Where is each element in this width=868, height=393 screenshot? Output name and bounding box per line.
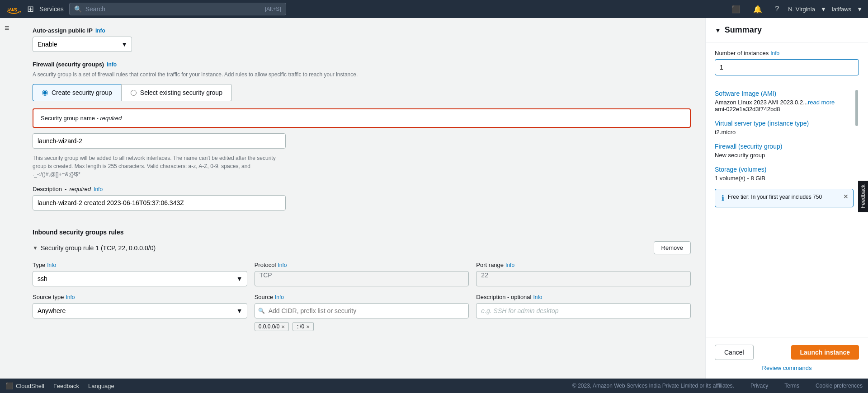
- aws-logo[interactable]: [5, 1, 22, 17]
- cidr-tag-ipv6-remove[interactable]: ✕: [306, 324, 310, 329]
- free-tier-close-button[interactable]: ✕: [843, 193, 849, 200]
- auto-assign-info[interactable]: Info: [95, 28, 105, 34]
- ami-value: Amazon Linux 2023 AMI 2023.0.2...read mo…: [715, 99, 854, 106]
- select-sg-radio[interactable]: [131, 90, 137, 96]
- search-input[interactable]: [85, 5, 261, 13]
- source-type-info-link[interactable]: Info: [66, 294, 75, 300]
- cidr-search-icon: 🔍: [258, 308, 265, 314]
- desc-optional-info-link[interactable]: Info: [533, 294, 542, 300]
- source-type-label: Source type Info: [33, 294, 247, 300]
- free-tier-notice: ℹ Free tier: In your first year includes…: [715, 189, 854, 207]
- select-sg-option[interactable]: Select existing security group: [121, 84, 232, 101]
- port-range-disabled-input: 22: [476, 271, 691, 286]
- port-range-label: Port range Info: [476, 262, 691, 268]
- desc-optional-label: Description - optional Info: [476, 294, 691, 300]
- instances-input[interactable]: [715, 59, 859, 75]
- port-range-info-link[interactable]: Info: [505, 262, 514, 268]
- instances-label: Number of instances Info: [715, 50, 859, 56]
- sg-name-field-label: Security group name - required: [41, 115, 683, 122]
- main-layout: ≡ Auto-assign public IP Info Enable Disa…: [0, 18, 868, 379]
- search-bar[interactable]: 🔍 [Alt+S]: [69, 3, 286, 15]
- source-type-label-text: Source type: [33, 294, 64, 300]
- storage-label[interactable]: Storage (volumes): [715, 166, 854, 173]
- summary-collapse-arrow-icon[interactable]: ▼: [715, 27, 721, 34]
- ami-read-more-link[interactable]: read more: [808, 99, 835, 106]
- free-tier-text: Free tier: In your first year includes 7…: [728, 194, 822, 200]
- cidr-input[interactable]: [255, 303, 469, 318]
- cidr-tags: 0.0.0.0/0 ✕ ::/0 ✕: [255, 322, 469, 331]
- privacy-link[interactable]: Privacy: [750, 383, 768, 389]
- auto-assign-select[interactable]: Enable Disable: [33, 37, 132, 52]
- description-input[interactable]: [33, 195, 286, 211]
- instance-type-value: t2.micro: [715, 129, 854, 136]
- desc-optional-input[interactable]: [476, 303, 691, 318]
- terms-link[interactable]: Terms: [784, 383, 799, 389]
- rule1-fields-row1: Type Info ssh HTTP HTTPS Custom TCP ▼: [33, 262, 691, 286]
- launch-instance-button[interactable]: Launch instance: [791, 345, 859, 360]
- summary-firewall-value: New security group: [715, 152, 854, 159]
- type-info-link[interactable]: Info: [47, 262, 56, 268]
- help-icon[interactable]: ?: [771, 5, 783, 13]
- cancel-button[interactable]: Cancel: [715, 345, 754, 360]
- instance-type-label[interactable]: Virtual server type (instance type): [715, 120, 854, 127]
- desc-required-text: required: [69, 186, 91, 192]
- cidr-tag-ipv6-text: ::/0: [297, 323, 304, 330]
- desc-optional-field: Description - optional Info: [476, 294, 691, 331]
- source-info-link[interactable]: Info: [275, 294, 284, 300]
- summary-content: Number of instances Info Software Image …: [706, 42, 868, 337]
- feedback-link[interactable]: Feedback: [53, 383, 79, 389]
- rule1-collapse-left: ▼ Security group rule 1 (TCP, 22, 0.0.0.…: [33, 244, 156, 252]
- cidr-tag-ipv6: ::/0 ✕: [292, 322, 314, 331]
- terminal-icon[interactable]: ⬛: [728, 5, 744, 14]
- summary-panel: ▼ Summary Number of instances Info Softw…: [705, 18, 868, 379]
- create-sg-radio[interactable]: [42, 90, 48, 96]
- rule1-collapse-arrow-icon[interactable]: ▼: [33, 245, 38, 251]
- search-icon: 🔍: [74, 5, 82, 13]
- storage-value: 1 volume(s) - 8 GiB: [715, 175, 854, 182]
- source-label-text: Source: [255, 294, 273, 300]
- source-type-select[interactable]: Anywhere Custom My IP: [33, 303, 247, 318]
- protocol-label: Protocol Info: [255, 262, 469, 268]
- services-nav-link[interactable]: Services: [39, 5, 64, 13]
- region-triangle: ▼: [821, 6, 826, 13]
- firewall-info-link[interactable]: Info: [107, 61, 117, 68]
- ami-label[interactable]: Software Image (AMI): [715, 90, 854, 97]
- summary-firewall-label[interactable]: Firewall (security group): [715, 143, 854, 150]
- user-menu[interactable]: latifaws: [832, 6, 851, 13]
- desc-label-text: Description: [33, 186, 62, 192]
- storage-field: Storage (volumes) 1 volume(s) - 8 GiB: [715, 166, 854, 182]
- type-label: Type Info: [33, 262, 247, 268]
- sidebar-toggle[interactable]: ≡: [0, 18, 18, 38]
- bell-icon[interactable]: 🔔: [750, 5, 766, 14]
- summary-header: ▼ Summary: [706, 18, 868, 42]
- region-selector[interactable]: N. Virginia: [788, 6, 815, 13]
- instances-label-text: Number of instances: [715, 50, 769, 56]
- protocol-field: Protocol Info TCP: [255, 262, 469, 286]
- protocol-info-link[interactable]: Info: [278, 262, 287, 268]
- feedback-side-tab[interactable]: Feedback: [858, 181, 868, 212]
- cookie-link[interactable]: Cookie preferences: [816, 383, 863, 389]
- desc-info-link[interactable]: Info: [94, 186, 103, 192]
- port-range-label-text: Port range: [476, 262, 504, 268]
- type-select-wrapper: ssh HTTP HTTPS Custom TCP ▼: [33, 271, 247, 286]
- type-label-text: Type: [33, 262, 45, 268]
- sg-name-input[interactable]: [33, 133, 286, 149]
- type-select[interactable]: ssh HTTP HTTPS Custom TCP: [33, 271, 247, 286]
- sg-name-hint: This security group will be added to all…: [33, 154, 286, 178]
- security-group-radio-group: Create security group Select existing se…: [33, 84, 691, 101]
- cloudshell-button[interactable]: ⬛ CloudShell: [5, 382, 44, 389]
- summary-scrollbar-thumb: [855, 90, 858, 126]
- review-commands-link[interactable]: Review commands: [715, 365, 859, 371]
- instances-info-link[interactable]: Info: [770, 50, 779, 56]
- sg-name-label-text: Security group name: [41, 115, 95, 122]
- language-link[interactable]: Language: [88, 383, 114, 389]
- protocol-disabled-input: TCP: [255, 271, 469, 286]
- bottom-bar: ⬛ CloudShell Feedback Language © 2023, A…: [0, 379, 868, 393]
- action-row: Cancel Launch instance: [715, 345, 859, 360]
- grid-icon[interactable]: ⊞: [27, 4, 34, 14]
- auto-assign-section: Auto-assign public IP Info Enable Disabl…: [33, 27, 691, 52]
- create-sg-option[interactable]: Create security group: [33, 84, 121, 101]
- remove-rule-button[interactable]: Remove: [654, 241, 691, 254]
- rule1-label: Security group rule 1 (TCP, 22, 0.0.0.0/…: [41, 244, 156, 252]
- cidr-tag-ipv4-remove[interactable]: ✕: [281, 324, 285, 329]
